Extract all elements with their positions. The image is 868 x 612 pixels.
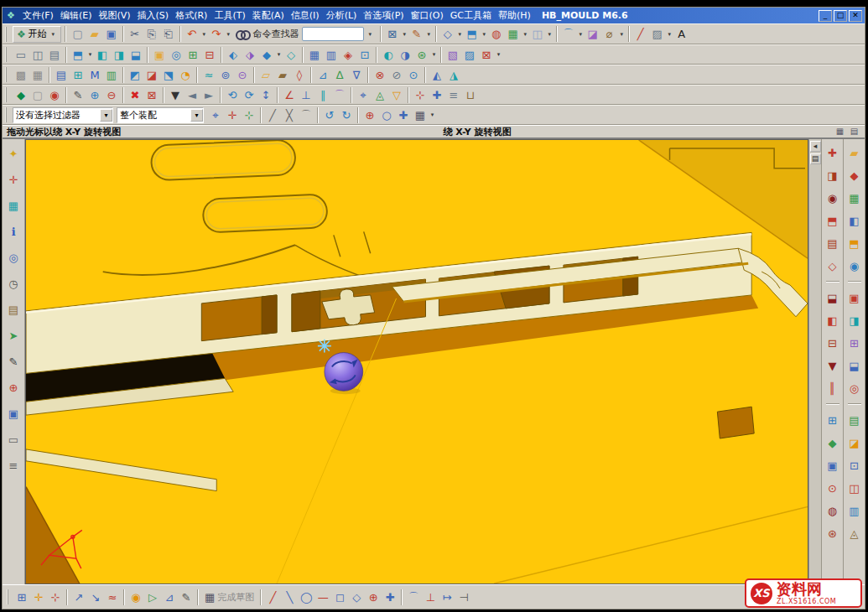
reuse-library-icon[interactable]: ➤: [5, 327, 22, 344]
cad-tool-icon[interactable]: ⊡: [846, 457, 863, 474]
toolbar-grip[interactable]: [5, 107, 9, 122]
cad-tool-icon[interactable]: ≈: [200, 66, 217, 83]
cad-tool-icon[interactable]: ⬗: [242, 46, 258, 63]
cad-tool-icon[interactable]: ▷: [144, 589, 161, 605]
cad-tool-icon[interactable]: ⊥: [422, 589, 439, 605]
hole-icon[interactable]: ◍: [488, 26, 505, 43]
cad-tool-icon[interactable]: ⊕: [86, 86, 103, 103]
cad-tool-icon[interactable]: ◮: [445, 66, 462, 83]
cad-tool-icon[interactable]: ⊙: [405, 66, 422, 83]
cad-tool-icon[interactable]: ▣: [151, 46, 168, 63]
cad-tool-icon[interactable]: ◆: [258, 46, 275, 63]
cad-tool-icon[interactable]: ▥: [323, 46, 340, 63]
cad-tool-icon[interactable]: ✛: [30, 589, 47, 605]
finish-sketch-icon[interactable]: ▦完成草图: [201, 589, 257, 605]
cad-tool-icon[interactable]: ◎: [846, 380, 863, 397]
unite-icon[interactable]: ◫: [529, 26, 546, 43]
menu-assemblies[interactable]: 装配(A): [249, 9, 288, 22]
open-folder-icon[interactable]: ▰: [86, 26, 103, 43]
cad-tool-icon[interactable]: ◎: [168, 46, 185, 63]
cad-tool-icon[interactable]: ↦: [439, 589, 455, 605]
cad-tool-icon[interactable]: ◆: [824, 434, 841, 451]
render-style-icon[interactable]: ▨: [649, 26, 666, 43]
cad-tool-icon[interactable]: ⊟: [201, 46, 218, 63]
cad-tool-icon[interactable]: ⊗: [372, 66, 388, 83]
cad-tool-icon[interactable]: ⊹: [412, 86, 429, 103]
cad-tool-icon[interactable]: ◨: [846, 312, 863, 329]
gc-toolbox-icon[interactable]: ✛: [5, 171, 22, 188]
cad-tool-icon[interactable]: ◧: [94, 46, 111, 63]
panel-strip[interactable]: ◂▤: [808, 139, 821, 584]
dropdown-arrow-icon[interactable]: ▾: [200, 31, 208, 38]
sketch-icon[interactable]: ✎: [408, 26, 425, 43]
cad-tool-icon[interactable]: ◬: [372, 86, 388, 103]
cad-tool-icon[interactable]: ▤: [824, 235, 841, 252]
cad-tool-icon[interactable]: ∠: [281, 86, 298, 103]
cad-tool-icon[interactable]: ⬓: [846, 357, 863, 374]
cad-tool-icon[interactable]: ◉: [846, 257, 863, 274]
cad-tool-icon[interactable]: ⌖: [355, 86, 372, 103]
cad-tool-icon[interactable]: ◻: [331, 589, 348, 605]
cad-tool-icon[interactable]: ◆: [846, 167, 863, 184]
cad-tool-icon[interactable]: ◫: [846, 480, 863, 496]
window-split-icon[interactable]: ◫: [29, 46, 46, 63]
cad-tool-icon[interactable]: ◧: [824, 312, 841, 329]
dropdown-arrow-icon[interactable]: ▾: [495, 51, 502, 58]
trim-body-icon[interactable]: ◪: [585, 26, 601, 43]
cad-tool-icon[interactable]: ▦: [306, 46, 323, 63]
redo-icon[interactable]: ↷: [208, 26, 225, 43]
cad-tool-icon[interactable]: ↻: [338, 106, 355, 123]
rotate-right-icon[interactable]: ⟳: [241, 86, 257, 103]
menu-format[interactable]: 格式(R): [172, 9, 211, 22]
cad-tool-icon[interactable]: ⌒: [331, 86, 348, 103]
cad-tool-icon[interactable]: ◨: [111, 46, 127, 63]
dropdown-arrow-icon[interactable]: ▾: [522, 31, 529, 38]
cad-tool-icon[interactable]: ⊛: [413, 46, 430, 63]
cad-tool-icon[interactable]: ⊿: [314, 66, 331, 83]
cad-tool-icon[interactable]: ╳: [281, 106, 298, 123]
material-icon[interactable]: M: [86, 66, 103, 83]
snap-point-icon[interactable]: ⌖: [207, 106, 224, 123]
cad-tool-icon[interactable]: ◑: [397, 46, 413, 63]
panel-collapse-icon[interactable]: ◂: [810, 141, 821, 152]
cad-tool-icon[interactable]: ≈: [104, 589, 121, 605]
cad-tool-icon[interactable]: ✚: [429, 86, 445, 103]
cad-tool-icon[interactable]: ○: [378, 106, 395, 123]
cad-tool-icon[interactable]: ⊹: [47, 589, 64, 605]
cad-tool-icon[interactable]: ▣: [824, 457, 841, 474]
delete-icon[interactable]: ✖: [127, 86, 143, 103]
toolbar-grip[interactable]: [5, 87, 9, 102]
cad-tool-icon[interactable]: ⊠: [478, 46, 495, 63]
cad-tool-icon[interactable]: ▤: [53, 66, 70, 83]
cad-tool-icon[interactable]: ↕: [257, 86, 274, 103]
command-finder-input[interactable]: [302, 27, 364, 41]
cad-tool-icon[interactable]: ▣: [846, 289, 863, 306]
cad-tool-icon[interactable]: ⊝: [234, 66, 251, 83]
cad-tool-icon[interactable]: ⊞: [13, 589, 30, 605]
cad-tool-icon[interactable]: ⊡: [356, 46, 373, 63]
web-browser-icon[interactable]: ⊕: [5, 379, 22, 396]
command-finder-icon[interactable]: [236, 29, 251, 39]
cad-tool-icon[interactable]: ◩: [127, 66, 143, 83]
save-icon[interactable]: ▣: [103, 26, 120, 43]
cad-tool-icon[interactable]: ║: [824, 380, 841, 397]
menu-gc-toolbox[interactable]: GC工具箱: [447, 9, 495, 22]
close-button[interactable]: ✕: [849, 10, 862, 22]
cad-tool-icon[interactable]: ◈: [340, 46, 356, 63]
cad-tool-icon[interactable]: ⊞: [70, 66, 86, 83]
menu-tools[interactable]: 工具(T): [211, 9, 248, 22]
cad-tool-icon[interactable]: ⊙: [824, 480, 841, 496]
dropdown-arrow-icon[interactable]: ▾: [577, 31, 585, 38]
cad-tool-icon[interactable]: ╲: [281, 589, 298, 605]
pending-icon[interactable]: ▼: [167, 86, 184, 103]
cad-tool-icon[interactable]: ◇: [348, 589, 365, 605]
dropdown-arrow-icon[interactable]: ▾: [546, 31, 554, 38]
cad-tool-icon[interactable]: ▤: [846, 412, 863, 428]
cad-tool-icon[interactable]: ◔: [177, 66, 194, 83]
part-navigator-icon[interactable]: ▤: [5, 301, 22, 318]
cad-tool-icon[interactable]: ◉: [127, 589, 144, 605]
cad-tool-icon[interactable]: ⊟: [824, 335, 841, 351]
cad-tool-icon[interactable]: ↘: [87, 589, 104, 605]
cad-tool-icon[interactable]: ⬓: [127, 46, 144, 63]
dropdown-arrow-icon[interactable]: ▾: [425, 31, 433, 38]
